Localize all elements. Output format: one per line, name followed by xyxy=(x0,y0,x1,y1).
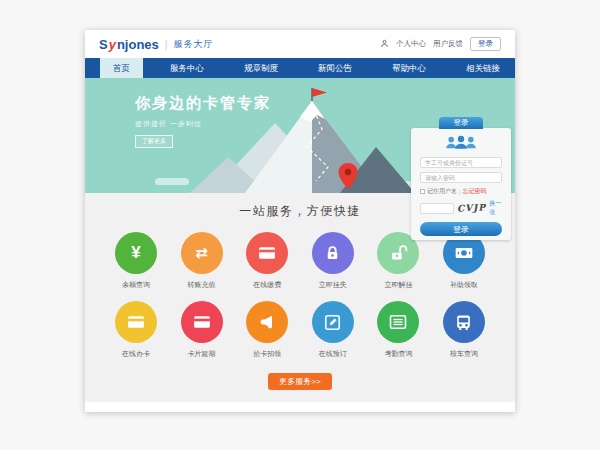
login-tab[interactable]: 登录 xyxy=(439,117,483,129)
more-services-wrap: 更多服务>> xyxy=(85,370,515,390)
service-pay-online[interactable]: 在线缴费 xyxy=(238,232,296,290)
forgot-password-link[interactable]: 忘记密码 xyxy=(463,187,487,196)
remember-checkbox[interactable] xyxy=(420,189,425,194)
announcements-section: 活动公告，随时知晓 使用指南 最新公告 更多>> 使用指南 更多>> xyxy=(85,402,515,412)
attendance-list-icon xyxy=(377,301,419,343)
service-balance[interactable]: ¥ 余额查询 xyxy=(107,232,165,290)
card-icon xyxy=(246,232,288,274)
nav-item-rules[interactable]: 规章制度 xyxy=(231,58,291,78)
bus-icon xyxy=(443,301,485,343)
logo-text: S xyxy=(99,37,108,52)
hero-learn-more-button[interactable]: 了解更多 xyxy=(135,135,173,148)
header-login-button[interactable]: 登录 xyxy=(470,37,501,51)
captcha-input[interactable] xyxy=(420,203,454,214)
main-nav: 首页 服务中心 规章制度 新闻公告 帮助中心 相关链接 xyxy=(85,58,515,78)
captcha-image[interactable]: CVJP xyxy=(457,202,487,214)
personal-center-link[interactable]: 个人中心 xyxy=(396,39,426,49)
captcha-row: CVJP 换一张 xyxy=(420,199,502,217)
nav-item-help[interactable]: 帮助中心 xyxy=(379,58,439,78)
change-captcha-link[interactable]: 换一张 xyxy=(489,199,502,217)
hero-subtitle: 提供捷径 一步到位 xyxy=(135,119,271,129)
cloud-shape xyxy=(155,178,189,185)
site-card: Synjones | 服务大厅 个人中心 用户反馈 登录 首页 服务中心 规章制… xyxy=(85,30,515,412)
services-row-2: 在线办卡 卡片延期 拾卡招领 xyxy=(85,301,515,359)
site-name: 服务大厅 xyxy=(173,38,213,51)
username-input[interactable] xyxy=(420,157,502,168)
header-links: 个人中心 用户反馈 登录 xyxy=(380,37,501,51)
service-school-bus[interactable]: 校车查询 xyxy=(435,301,493,359)
announcements-heading: 活动公告，随时知晓 xyxy=(85,410,515,412)
login-panel: 登录 记住用户名 | 忘记密码 xyxy=(411,128,511,240)
hero-title: 你身边的卡管专家 xyxy=(135,94,271,113)
nav-item-service-center[interactable]: 服务中心 xyxy=(157,58,217,78)
page-background: Synjones | 服务大厅 个人中心 用户反馈 登录 首页 服务中心 规章制… xyxy=(0,0,600,450)
service-card-extension[interactable]: 卡片延期 xyxy=(173,301,231,359)
card-icon xyxy=(115,301,157,343)
megaphone-icon xyxy=(246,301,288,343)
remember-label: 记住用户名 xyxy=(427,187,457,196)
service-lost-found[interactable]: 拾卡招领 xyxy=(238,301,296,359)
separator: | xyxy=(459,189,461,195)
logo-text: njones xyxy=(117,37,159,52)
more-services-button[interactable]: 更多服务>> xyxy=(268,373,331,390)
service-report-loss[interactable]: 立即挂失 xyxy=(304,232,362,290)
logo-divider: | xyxy=(165,39,168,50)
lock-icon xyxy=(312,232,354,274)
password-input[interactable] xyxy=(420,172,502,183)
yuan-icon: ¥ xyxy=(115,232,157,274)
service-subsidy[interactable]: 补助领取 xyxy=(435,232,493,290)
feedback-link[interactable]: 用户反馈 xyxy=(433,39,463,49)
service-attendance[interactable]: 考勤查询 xyxy=(369,301,427,359)
remember-row: 记住用户名 | 忘记密码 xyxy=(420,187,502,196)
person-icon xyxy=(380,39,389,50)
card-icon xyxy=(181,301,223,343)
service-transfer[interactable]: ⇄ 转账充值 xyxy=(173,232,231,290)
login-submit-button[interactable]: 登录 xyxy=(420,222,502,236)
nav-item-news[interactable]: 新闻公告 xyxy=(305,58,365,78)
edit-icon xyxy=(312,301,354,343)
service-unfreeze[interactable]: 立即解挂 xyxy=(369,232,427,290)
service-booking[interactable]: 在线预订 xyxy=(304,301,362,359)
hero-banner: 你身边的卡管专家 提供捷径 一步到位 了解更多 登录 xyxy=(85,78,515,193)
service-apply-card[interactable]: 在线办卡 xyxy=(107,301,165,359)
nav-item-links[interactable]: 相关链接 xyxy=(453,58,513,78)
transfer-arrows-icon: ⇄ xyxy=(181,232,223,274)
header: Synjones | 服务大厅 个人中心 用户反馈 登录 xyxy=(85,30,515,58)
logo: Synjones | 服务大厅 xyxy=(99,37,213,52)
logo-accent: y xyxy=(109,37,116,52)
services-row-1: ¥ 余额查询 ⇄ 转账充值 在线缴费 立即挂失 xyxy=(85,232,515,290)
hero-text: 你身边的卡管专家 提供捷径 一步到位 了解更多 xyxy=(135,94,271,148)
users-icon xyxy=(420,135,502,154)
nav-item-home[interactable]: 首页 xyxy=(100,58,143,78)
